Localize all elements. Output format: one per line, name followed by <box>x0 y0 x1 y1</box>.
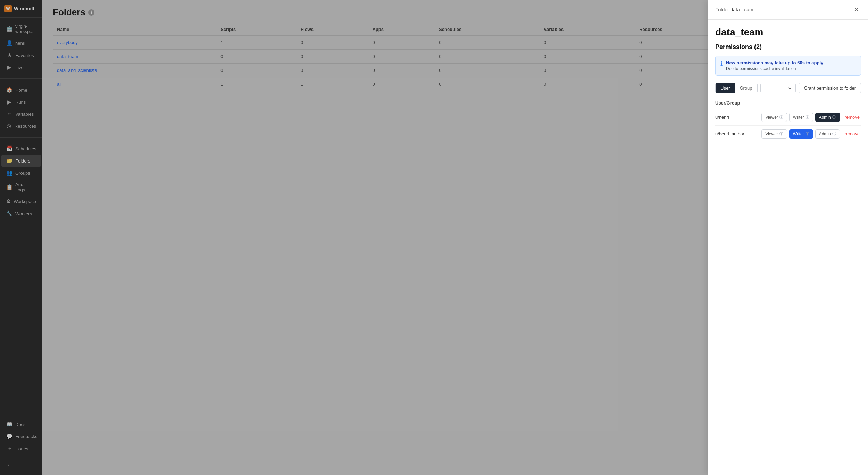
writer-info-icon[interactable]: ⓘ <box>806 131 809 136</box>
grant-permission-row: User Group Grant permission to folder <box>715 83 861 93</box>
panel-close-button[interactable]: ✕ <box>851 5 861 15</box>
user-select[interactable] <box>760 83 796 93</box>
panel-body: data_team Permissions (2) ℹ New permissi… <box>708 20 868 149</box>
permissions-list: u/henri Viewer ⓘ Writer ⓘ Admin ⓘ remove… <box>715 109 861 142</box>
writer-button[interactable]: Writer ⓘ <box>789 112 813 122</box>
panel-header-title: Folder data_team <box>715 7 753 12</box>
panel-header: Folder data_team ✕ <box>708 0 868 20</box>
user-group-label: User/Group <box>715 100 861 106</box>
writer-info-icon[interactable]: ⓘ <box>806 115 809 120</box>
permission-row: u/henri Viewer ⓘ Writer ⓘ Admin ⓘ remove <box>715 109 861 126</box>
permissions-heading: Permissions (2) <box>715 43 861 51</box>
viewer-info-icon[interactable]: ⓘ <box>779 131 783 136</box>
user-group-tabs: User Group <box>715 83 758 93</box>
admin-button[interactable]: Admin ⓘ <box>815 129 840 139</box>
viewer-button[interactable]: Viewer ⓘ <box>761 112 787 122</box>
viewer-info-icon[interactable]: ⓘ <box>779 115 783 120</box>
perm-controls: Viewer ⓘ Writer ⓘ Admin ⓘ <box>761 129 840 139</box>
panel-overlay: Folder data_team ✕ data_team Permissions… <box>0 0 868 475</box>
tab-user[interactable]: User <box>716 83 735 93</box>
perm-user: u/henri_author <box>715 131 758 136</box>
remove-permission-button[interactable]: remove <box>843 113 861 121</box>
folder-name: data_team <box>715 27 861 38</box>
info-banner-subtitle: Due to permissions cache invalidation <box>726 66 823 71</box>
admin-info-icon[interactable]: ⓘ <box>832 115 836 120</box>
permission-row: u/henri_author Viewer ⓘ Writer ⓘ Admin ⓘ… <box>715 126 861 142</box>
tab-group[interactable]: Group <box>735 83 757 93</box>
admin-button[interactable]: Admin ⓘ <box>815 112 840 122</box>
info-banner-content: New permissions may take up to 60s to ap… <box>726 60 823 71</box>
grant-permission-button[interactable]: Grant permission to folder <box>799 83 861 93</box>
folder-panel: Folder data_team ✕ data_team Permissions… <box>708 0 868 475</box>
remove-permission-button[interactable]: remove <box>843 130 861 138</box>
info-banner-title: New permissions may take up to 60s to ap… <box>726 60 823 65</box>
info-banner-icon: ℹ <box>720 60 723 71</box>
writer-button[interactable]: Writer ⓘ <box>789 129 813 139</box>
perm-controls: Viewer ⓘ Writer ⓘ Admin ⓘ <box>761 112 840 122</box>
viewer-button[interactable]: Viewer ⓘ <box>761 129 787 139</box>
admin-info-icon[interactable]: ⓘ <box>832 131 836 136</box>
info-banner: ℹ New permissions may take up to 60s to … <box>715 56 861 76</box>
perm-user: u/henri <box>715 115 758 120</box>
